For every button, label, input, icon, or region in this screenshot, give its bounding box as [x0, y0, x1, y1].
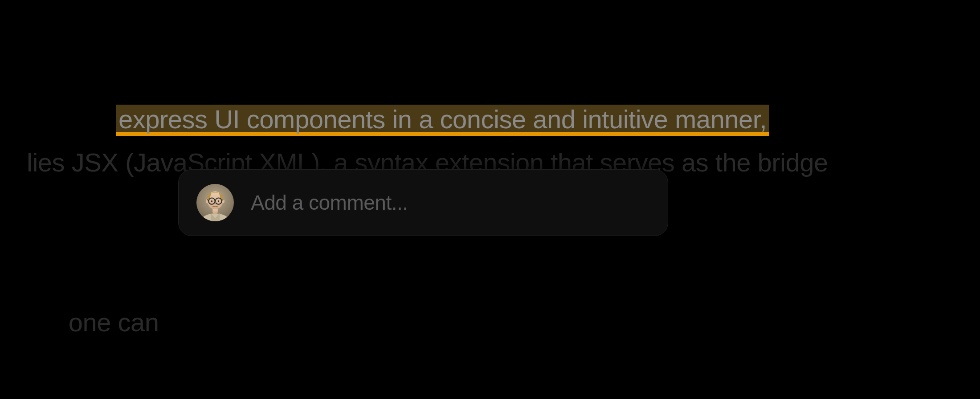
avatar — [196, 184, 234, 221]
comment-popover — [178, 169, 668, 236]
comment-input[interactable] — [250, 190, 650, 215]
bg-line-2: one can — [27, 262, 953, 383]
bg-line-2-prefix: one can — [69, 308, 166, 337]
selected-text[interactable]: express UI components in a concise and i… — [116, 105, 769, 136]
avatar-image — [196, 184, 234, 221]
svg-point-7 — [211, 200, 212, 202]
svg-point-8 — [218, 200, 219, 202]
text-selection[interactable]: express UI components in a concise and i… — [116, 103, 769, 137]
